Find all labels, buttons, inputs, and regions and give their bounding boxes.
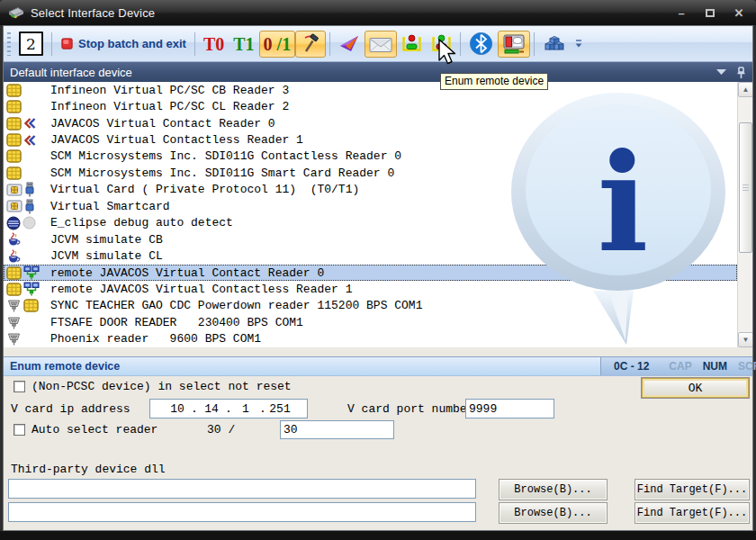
toolbar-overflow-button[interactable]	[574, 38, 583, 50]
chip-card-icon	[6, 149, 22, 163]
ip-segment[interactable]: 1	[234, 402, 257, 416]
overflow-icon	[574, 38, 583, 50]
stop-batch-button[interactable]: Stop batch and exit	[56, 31, 191, 58]
scroll-up-button[interactable]: ▲	[738, 82, 752, 97]
bluetooth-button[interactable]	[464, 29, 498, 58]
device-label: JCVM simulate CL	[50, 249, 163, 263]
enum-remote-device-button[interactable]	[498, 31, 530, 58]
list-item[interactable]: Virtual Card ( Private Protocol 11) (T0/…	[4, 182, 737, 198]
led-green-red-button[interactable]	[427, 31, 456, 58]
envelope-icon	[369, 35, 392, 53]
find-target-button[interactable]: Find Target(F)...	[634, 502, 750, 524]
minimize-button[interactable]: –	[673, 6, 689, 20]
list-item[interactable]: SYNC TEACHER GAO CDC Powerdown reader 11…	[4, 298, 737, 314]
device-label: E_clipse debug auto detect	[50, 216, 233, 230]
port-input[interactable]	[465, 399, 554, 418]
toolbar-grip[interactable]	[7, 32, 11, 56]
tooltip: Enum remote device	[440, 73, 548, 90]
pin-icon[interactable]	[737, 67, 745, 78]
find-target-button[interactable]: Find Target(F)...	[634, 479, 750, 500]
chip-card-icon	[6, 266, 22, 280]
device-label: JAVACOS Virtual Contactless Reader 1	[50, 133, 303, 147]
toolbar-separator	[329, 32, 330, 56]
chip-card-icon	[6, 133, 22, 147]
vertical-scrollbar[interactable]: ▲ ▼	[737, 82, 752, 347]
maximize-button[interactable]	[702, 6, 718, 20]
apdu-hammer-toggle[interactable]	[295, 31, 326, 58]
window-title: Select Interface Device	[31, 6, 155, 20]
panel-splitter[interactable]	[4, 347, 752, 356]
list-item[interactable]: JCVM simulate CL	[4, 248, 737, 264]
led-green-red-icon	[431, 34, 452, 53]
device-label: Virtual Smartcard	[50, 200, 170, 213]
dll-path-input[interactable]	[8, 502, 476, 522]
serial-plug-icon	[6, 331, 22, 346]
led-red-green-button[interactable]	[397, 31, 427, 58]
auto-select-label: Auto select reader	[32, 423, 158, 436]
interval-input[interactable]	[280, 420, 394, 439]
device-label: remote JAVACOS Virtual Contactless Reade…	[50, 283, 352, 296]
close-button[interactable]: ✕	[731, 6, 747, 20]
device-label: Virtual Card ( Private Protocol 11) (T0/…	[50, 183, 359, 196]
device-label: Infineon Virtual PC/SC CL Reader 2	[50, 100, 289, 113]
dll-path-input[interactable]	[8, 479, 476, 499]
ip-address-input[interactable]: 10.14.1.251	[149, 399, 308, 418]
scroll-down-button[interactable]: ▼	[738, 332, 752, 347]
ok-button[interactable]: OK	[642, 378, 749, 398]
sim-card-icon	[6, 184, 22, 196]
contact-arrows-icon	[23, 134, 36, 147]
enum-panel-header: Enum remote device 0C - 12 CAP NUM SCRL	[4, 356, 752, 376]
toolbar-separator	[194, 32, 195, 56]
t1-protocol-button[interactable]: T1	[229, 31, 258, 58]
list-item[interactable]: SCM Microsystems Inc. SDI011G Smart Card…	[4, 165, 737, 181]
toolbar-separator	[51, 32, 52, 56]
device-label: SCM Microsystems Inc. SDI011G Contactles…	[50, 149, 401, 163]
plugin-cubes-button[interactable]	[538, 31, 571, 58]
list-item[interactable]: Infineon Virtual PC/SC CB Reader 3	[4, 82, 737, 98]
non-pcsc-label: (Non-PCSC device) in select not reset	[32, 380, 292, 393]
auto-select-checkbox[interactable]	[14, 424, 25, 436]
enum-remote-form: (Non-PCSC device) in select not reset OK…	[4, 376, 752, 530]
list-item[interactable]: remote JAVACOS Virtual Contactless Reade…	[4, 281, 737, 297]
ip-segment[interactable]: 10	[166, 402, 189, 416]
device-label: Phoenix reader 9600 BPS COM1	[50, 332, 261, 346]
list-item[interactable]: Infineon Virtual PC/SC CL Reader 2	[4, 98, 737, 114]
list-item[interactable]: FTSAFE DOOR READER 230400 BPS COM1	[4, 314, 737, 330]
usb-plug-icon	[24, 199, 35, 214]
send-button[interactable]	[334, 31, 364, 58]
toolbar-separator	[534, 32, 535, 56]
chip-card-icon	[6, 166, 22, 180]
toolbar-separator	[460, 32, 461, 56]
t0-protocol-button[interactable]: T0	[199, 31, 229, 58]
browse-button[interactable]: Browse(B)...	[499, 502, 608, 524]
status-position: 0C - 12	[614, 360, 649, 373]
ip-segment[interactable]: 14	[200, 402, 223, 416]
chevron-down-icon[interactable]	[716, 69, 726, 76]
chip-card-icon	[6, 117, 22, 130]
ip-segment[interactable]: 251	[268, 402, 292, 416]
protocol-01-toggle[interactable]: 0/1	[259, 31, 296, 58]
status-num-lock: NUM	[703, 360, 727, 373]
list-item[interactable]: JAVACOS Virtual Contact Reader 0	[4, 115, 737, 131]
device-label: Infineon Virtual PC/SC CB Reader 3	[50, 84, 289, 97]
hammer-icon	[300, 33, 321, 55]
list-item[interactable]: SCM Microsystems Inc. SDI011G Contactles…	[4, 148, 737, 165]
list-item[interactable]: JCVM simulate CB	[4, 231, 737, 248]
dim-circle-icon	[22, 216, 36, 230]
list-item[interactable]: E_clipse debug auto detect	[4, 215, 737, 231]
non-pcsc-checkbox[interactable]	[14, 381, 25, 392]
list-item[interactable]: remote JAVACOS Virtual Contact Reader 0	[4, 265, 737, 281]
device-panel-title: Default interface device	[10, 66, 132, 79]
network-icon	[23, 266, 40, 280]
list-item[interactable]: Virtual Smartcard	[4, 198, 737, 214]
sim-card-icon	[6, 200, 22, 212]
mail-button[interactable]	[364, 31, 397, 58]
list-item[interactable]: Phoenix reader 9600 BPS COM1	[4, 331, 737, 347]
status-indicators: 0C - 12 CAP NUM SCRL	[600, 357, 752, 375]
batch-window-button[interactable]: 2	[14, 29, 48, 58]
list-item[interactable]: JAVACOS Virtual Contactless Reader 1	[4, 131, 737, 148]
app-icon	[7, 5, 25, 21]
batch-count-label: 2	[19, 32, 43, 56]
browse-button[interactable]: Browse(B)...	[499, 479, 608, 500]
scrollbar-thumb[interactable]	[739, 122, 752, 253]
